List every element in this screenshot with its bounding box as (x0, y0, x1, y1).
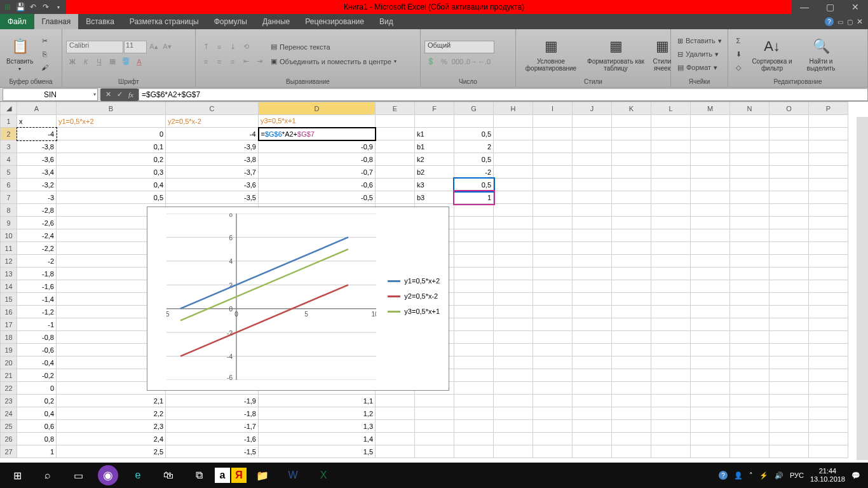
cell[interactable] (730, 153, 770, 166)
decrease-decimal-icon[interactable]: ←.0 (478, 55, 491, 68)
cell[interactable] (730, 293, 770, 306)
cell[interactable] (730, 356, 770, 369)
cell[interactable] (415, 407, 454, 420)
cell[interactable] (809, 255, 848, 268)
cell[interactable]: -1,6 (17, 280, 57, 293)
cell[interactable] (691, 204, 730, 217)
cell[interactable] (573, 306, 612, 318)
cell[interactable]: -2 (454, 166, 494, 179)
cell[interactable] (494, 179, 533, 191)
cut-icon[interactable]: ✂ (38, 34, 51, 47)
orientation-icon[interactable]: ⟲ (240, 41, 252, 53)
cell[interactable] (612, 166, 651, 179)
cell[interactable]: -0,9 (259, 140, 376, 153)
row-header[interactable]: 5 (1, 166, 17, 179)
cell[interactable] (376, 433, 415, 445)
cell[interactable] (809, 166, 848, 179)
increase-indent-icon[interactable]: ⇥ (253, 55, 266, 68)
save-icon[interactable]: 💾 (15, 2, 25, 12)
cell[interactable] (651, 204, 691, 217)
cell[interactable] (573, 369, 612, 382)
cell[interactable] (770, 217, 809, 229)
cell[interactable] (730, 268, 770, 280)
cell[interactable] (612, 395, 651, 407)
column-header[interactable]: K (612, 102, 651, 115)
cell[interactable] (573, 356, 612, 369)
tab-data[interactable]: Данные (255, 14, 297, 29)
cell[interactable]: 0 (17, 382, 57, 395)
italic-button[interactable]: К (79, 55, 92, 68)
ribbon-window-icon[interactable]: ▢ (847, 18, 853, 25)
cell[interactable] (533, 268, 573, 280)
font-name-select[interactable]: Calibri (66, 41, 123, 53)
cell[interactable] (770, 306, 809, 318)
cell[interactable] (770, 445, 809, 458)
cell[interactable] (573, 382, 612, 395)
cell[interactable]: 1,1 (259, 395, 376, 407)
cell[interactable] (376, 191, 415, 204)
row-header[interactable]: 3 (1, 140, 17, 153)
cell[interactable]: -2,8 (17, 204, 57, 217)
cell[interactable] (730, 229, 770, 242)
ribbon-minimize-icon[interactable]: ▭ (837, 18, 843, 25)
cell[interactable] (533, 229, 573, 242)
align-top-icon[interactable]: ⤒ (200, 41, 212, 53)
row-header[interactable]: 10 (1, 229, 17, 242)
cell[interactable] (809, 115, 848, 128)
tab-home[interactable]: Главная (34, 14, 79, 29)
cell[interactable] (691, 229, 730, 242)
cell[interactable] (494, 420, 533, 433)
edge-icon[interactable]: e (123, 463, 153, 488)
cell[interactable] (533, 255, 573, 268)
cell[interactable]: 0,5 (454, 128, 494, 140)
close-button[interactable]: ✕ (843, 0, 868, 14)
cell[interactable] (770, 204, 809, 217)
cell[interactable]: -1,4 (17, 293, 57, 306)
align-right-icon[interactable]: ≡ (226, 55, 239, 68)
cell[interactable] (730, 242, 770, 255)
cell[interactable] (533, 293, 573, 306)
cell[interactable] (533, 369, 573, 382)
cell[interactable] (691, 153, 730, 166)
cell[interactable] (533, 242, 573, 255)
cell[interactable] (651, 369, 691, 382)
merge-center-button[interactable]: ▣Объединить и поместить в центре ▾ (268, 55, 399, 68)
cell[interactable] (809, 395, 848, 407)
cell[interactable] (533, 382, 573, 395)
cell[interactable] (573, 407, 612, 420)
row-header[interactable]: 27 (1, 445, 17, 458)
cell[interactable] (573, 420, 612, 433)
file-tab[interactable]: Файл (0, 14, 34, 29)
cell[interactable]: -1,9 (166, 395, 259, 407)
cell[interactable] (730, 140, 770, 153)
cell[interactable]: -0,4 (17, 356, 57, 369)
cell[interactable]: b2 (415, 166, 454, 179)
cell[interactable]: 0,3 (57, 166, 166, 179)
embedded-chart[interactable]: 864 20-2 -4-6 -50510 y1=0,5*x+2 y2=0,5*x… (147, 207, 449, 391)
sort-filter-button[interactable]: A↓Сортировка и фильтр (747, 35, 797, 73)
cell[interactable] (651, 420, 691, 433)
cell[interactable] (691, 179, 730, 191)
cell[interactable] (454, 242, 494, 255)
font-color-icon[interactable]: A (133, 55, 146, 68)
cell[interactable] (730, 128, 770, 140)
cancel-formula-icon[interactable]: ✕ (103, 90, 113, 100)
cell[interactable] (691, 255, 730, 268)
cell[interactable] (612, 204, 651, 217)
column-header[interactable]: E (376, 102, 415, 115)
cell[interactable] (770, 128, 809, 140)
cell[interactable] (533, 420, 573, 433)
cell[interactable] (770, 229, 809, 242)
cell[interactable] (573, 344, 612, 356)
cell[interactable] (691, 293, 730, 306)
row-header[interactable]: 6 (1, 179, 17, 191)
cell[interactable]: -1,6 (166, 433, 259, 445)
row-header[interactable]: 9 (1, 217, 17, 229)
cell[interactable] (494, 433, 533, 445)
tab-formulas[interactable]: Формулы (207, 14, 255, 29)
cell[interactable] (454, 420, 494, 433)
cell[interactable] (770, 395, 809, 407)
align-left-icon[interactable]: ≡ (200, 55, 212, 68)
cell[interactable] (494, 204, 533, 217)
underline-button[interactable]: Ч (93, 55, 105, 68)
